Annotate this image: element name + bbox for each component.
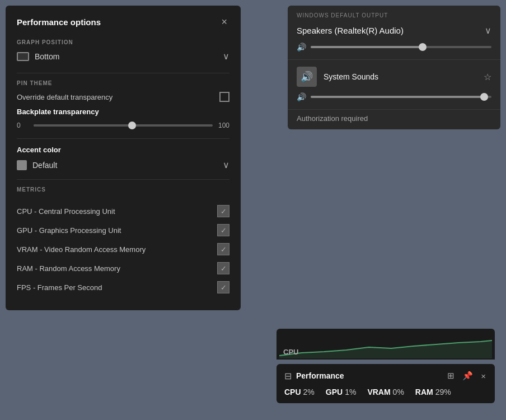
graph-position-chevron: ∨	[223, 51, 229, 62]
metric-cpu-row: CPU - Central Processing Unit ✓	[17, 202, 229, 221]
graph-position-dropdown[interactable]: Bottom ∨	[17, 51, 229, 62]
accent-color-section: Accent color Default ∨	[17, 146, 229, 170]
metrics-label: METRICS	[17, 186, 229, 193]
audio-section-header: WINDOWS DEFAULT OUTPUT	[288, 6, 500, 22]
accent-color-value: Default	[32, 161, 57, 170]
accent-color-heading: Accent color	[17, 146, 229, 154]
override-transparency-row: Override default transparency	[17, 92, 229, 102]
backplate-slider-track[interactable]	[34, 124, 213, 127]
system-sounds-volume-icon: 🔊	[297, 92, 306, 101]
widget-vram-value: 0%	[393, 388, 404, 396]
performance-widget: ⊟ Performance ⊞ 📌 × CPU 2% GPU 1% VRAM 0…	[277, 364, 495, 403]
speaker-slider-thumb[interactable]	[419, 43, 427, 51]
metric-ram-row: RAM - Random Access Memory ✓	[17, 259, 229, 278]
auth-row: Authorization required	[288, 109, 500, 129]
widget-title: Performance	[296, 371, 344, 380]
override-transparency-label: Override default transparency	[17, 93, 113, 101]
accent-color-chevron: ∨	[223, 160, 229, 170]
metric-gpu-checkbox[interactable]: ✓	[217, 224, 229, 236]
performance-options-panel: Performance options × GRAPH POSITION Bot…	[6, 6, 241, 310]
audio-speaker-slider-row: 🔊	[288, 40, 500, 59]
accent-swatch	[17, 160, 27, 170]
metric-fps-checkbox[interactable]: ✓	[217, 281, 229, 293]
metric-vram-checkbox[interactable]: ✓	[217, 243, 229, 255]
widget-ram-label: RAM	[415, 388, 433, 396]
graph-position-value: Bottom	[35, 52, 59, 61]
widget-pin-button[interactable]: 📌	[461, 370, 474, 382]
widget-vram-metric: VRAM 0%	[367, 388, 404, 396]
widget-title-row: ⊟ Performance	[284, 371, 344, 381]
system-sounds-name: System Sounds	[324, 72, 477, 81]
backplate-slider-row: 0 100	[17, 122, 229, 129]
graph-position-left: Bottom	[17, 52, 59, 61]
widget-gpu-metric: GPU 1%	[326, 388, 357, 396]
widget-cpu-metric: CPU 2%	[284, 388, 315, 396]
audio-panel: WINDOWS DEFAULT OUTPUT Speakers (Realtek…	[288, 6, 500, 129]
widget-monitor-icon: ⊟	[284, 371, 292, 381]
pin-theme-section: PIN THEME Override default transparency …	[17, 80, 229, 129]
system-sounds-info: System Sounds	[324, 72, 477, 81]
accent-left: Default	[17, 160, 57, 170]
slider-max: 100	[218, 122, 229, 129]
widget-gpu-value: 1%	[345, 388, 356, 396]
auth-label: Authorization required	[297, 114, 368, 123]
widget-vram-label: VRAM	[367, 388, 390, 396]
backplate-label: Backplate transparency	[17, 108, 229, 116]
divider-2	[17, 138, 229, 139]
system-sounds-slider-track[interactable]	[311, 96, 491, 98]
metric-gpu-label: GPU - Graphics Processing Unit	[17, 226, 121, 235]
panel-header: Performance options ×	[17, 16, 229, 28]
audio-device-name: Speakers (Realtek(R) Audio)	[297, 26, 404, 35]
speaker-slider-fill	[311, 46, 423, 48]
widget-actions: ⊞ 📌 ×	[446, 370, 487, 382]
metric-fps-label: FPS - Frames Per Second	[17, 283, 102, 292]
metric-fps-row: FPS - Frames Per Second ✓	[17, 278, 229, 297]
cpu-graph-label: CPU	[283, 348, 298, 356]
system-sounds-slider-row: 🔊	[288, 90, 500, 109]
metric-cpu-label: CPU - Central Processing Unit	[17, 207, 115, 216]
accent-color-row[interactable]: Default ∨	[17, 160, 229, 170]
pin-app-icon[interactable]: ☆	[484, 72, 491, 82]
system-sounds-icon: 🔊	[297, 67, 317, 87]
widget-ram-metric: RAM 29%	[415, 388, 451, 396]
metric-gpu-row: GPU - Graphics Processing Unit ✓	[17, 221, 229, 240]
speaker-slider-track[interactable]	[311, 46, 491, 48]
widget-cpu-label: CPU	[284, 388, 301, 396]
metric-vram-label: VRAM - Video Random Access Memory	[17, 245, 146, 254]
widget-close-button[interactable]: ×	[480, 370, 487, 382]
pin-theme-label: PIN THEME	[17, 80, 229, 86]
cpu-graph-area: CPU	[277, 329, 495, 360]
slider-thumb[interactable]	[128, 122, 136, 129]
divider-3	[17, 179, 229, 180]
metric-ram-checkbox[interactable]: ✓	[217, 262, 229, 274]
close-button[interactable]: ×	[219, 16, 229, 28]
widget-gpu-label: GPU	[326, 388, 343, 396]
metrics-section: METRICS	[17, 186, 229, 193]
volume-icon: 🔊	[297, 43, 306, 52]
audio-device-row: Speakers (Realtek(R) Audio) ∨	[288, 22, 500, 40]
cpu-graph-fill	[279, 340, 492, 358]
widget-tune-button[interactable]: ⊞	[446, 370, 456, 382]
cpu-graph-svg	[279, 330, 492, 358]
slider-min: 0	[17, 122, 28, 129]
system-sounds-row: 🔊 System Sounds ☆	[288, 60, 500, 90]
override-transparency-checkbox[interactable]	[219, 92, 229, 102]
widget-cpu-value: 2%	[303, 388, 315, 396]
graph-position-label: GRAPH POSITION	[17, 39, 229, 45]
widget-metrics-row: CPU 2% GPU 1% VRAM 0% RAM 29%	[284, 388, 487, 396]
metric-cpu-checkbox[interactable]: ✓	[217, 205, 229, 217]
divider-1	[17, 73, 229, 73]
widget-header: ⊟ Performance ⊞ 📌 ×	[284, 370, 487, 382]
panel-title: Performance options	[17, 17, 101, 27]
system-sounds-slider-thumb[interactable]	[480, 93, 488, 101]
widget-ram-value: 29%	[435, 388, 451, 396]
monitor-icon	[17, 52, 29, 61]
metrics-list: CPU - Central Processing Unit ✓ GPU - Gr…	[17, 202, 229, 297]
graph-position-section: GRAPH POSITION Bottom ∨	[17, 39, 229, 62]
audio-chevron[interactable]: ∨	[485, 25, 491, 36]
system-sounds-slider-fill	[311, 96, 484, 98]
metric-ram-label: RAM - Random Access Memory	[17, 264, 120, 273]
slider-fill	[34, 124, 132, 127]
metric-vram-row: VRAM - Video Random Access Memory ✓	[17, 240, 229, 259]
